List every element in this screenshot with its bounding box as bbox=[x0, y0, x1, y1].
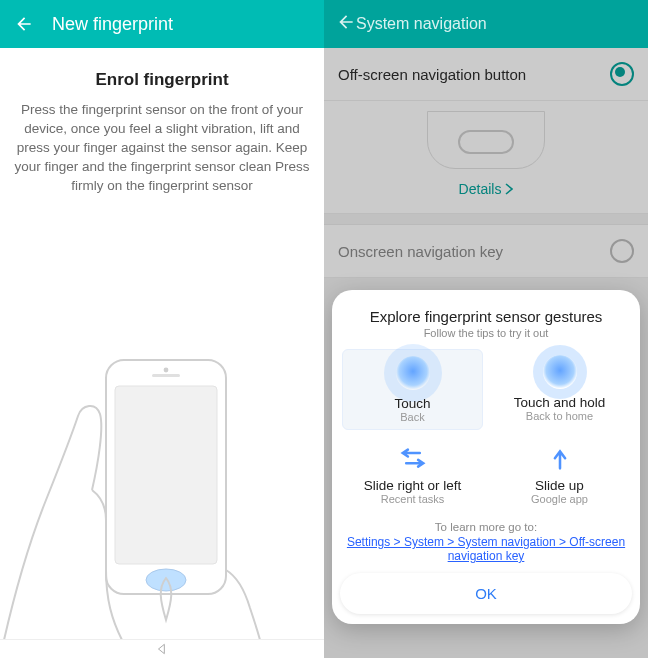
system-nav-bar bbox=[0, 639, 324, 658]
gesture-tile-slide-up[interactable]: Slide up Google app bbox=[489, 440, 630, 511]
gesture-label: Slide right or left bbox=[346, 478, 479, 493]
dialog-title: Explore fingerprint sensor gestures bbox=[342, 308, 630, 325]
back-icon[interactable] bbox=[12, 12, 36, 36]
gesture-tile-touch[interactable]: Touch Back bbox=[342, 349, 483, 430]
learn-more: To learn more go to: Settings > System >… bbox=[342, 521, 630, 563]
back-icon[interactable] bbox=[336, 12, 356, 36]
svg-point-2 bbox=[164, 368, 169, 373]
system-navigation-screen: System navigation Off-screen navigation … bbox=[324, 0, 648, 658]
header-bar: System navigation bbox=[324, 0, 648, 48]
back-triangle-icon[interactable] bbox=[155, 642, 169, 656]
gesture-tile-slide-horizontal[interactable]: Slide right or left Recent tasks bbox=[342, 440, 483, 511]
touch-icon bbox=[396, 356, 430, 390]
hand-illustration bbox=[0, 320, 324, 640]
section-title: Enrol fingerprint bbox=[12, 70, 312, 90]
ok-button[interactable]: OK bbox=[340, 573, 632, 614]
svg-point-4 bbox=[146, 569, 186, 591]
header-title: New fingerprint bbox=[52, 14, 173, 35]
gesture-desc: Back bbox=[347, 411, 478, 423]
gesture-desc: Back to home bbox=[493, 410, 626, 422]
gesture-label: Slide up bbox=[493, 478, 626, 493]
gesture-label: Touch and hold bbox=[493, 395, 626, 410]
gesture-desc: Google app bbox=[493, 493, 626, 505]
learn-more-link[interactable]: Settings > System > System navigation > … bbox=[342, 535, 630, 563]
gesture-desc: Recent tasks bbox=[346, 493, 479, 505]
section-description: Press the fingerprint sensor on the fron… bbox=[12, 100, 312, 195]
svg-rect-1 bbox=[115, 386, 217, 564]
svg-rect-3 bbox=[152, 374, 180, 377]
header-bar: New fingerprint bbox=[0, 0, 324, 48]
gesture-tile-hold[interactable]: Touch and hold Back to home bbox=[489, 349, 630, 430]
learn-more-intro: To learn more go to: bbox=[435, 521, 537, 533]
slide-horizontal-icon bbox=[396, 446, 430, 472]
touch-hold-icon bbox=[543, 355, 577, 389]
gesture-tutorial-dialog: Explore fingerprint sensor gestures Foll… bbox=[332, 290, 640, 624]
slide-up-icon bbox=[543, 446, 577, 472]
fingerprint-enrol-screen: New fingerprint Enrol fingerprint Press … bbox=[0, 0, 324, 658]
gesture-label: Touch bbox=[347, 396, 478, 411]
dialog-subtitle: Follow the tips to try it out bbox=[342, 327, 630, 339]
header-title: System navigation bbox=[356, 15, 487, 33]
